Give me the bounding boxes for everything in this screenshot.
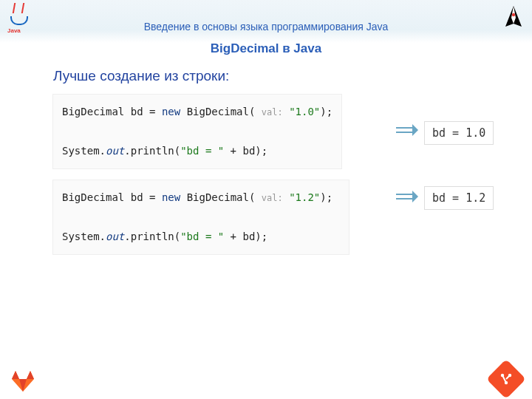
section-lead: Лучше создание из строки: <box>53 68 229 84</box>
page-header-title: Введение в основы языка программирования… <box>0 21 532 33</box>
arrow-icon <box>396 191 418 202</box>
output-box-2: bd = 1.2 <box>424 186 494 210</box>
svg-marker-3 <box>412 124 418 136</box>
gitlab-icon <box>12 371 34 392</box>
svg-line-10 <box>502 375 506 383</box>
svg-point-0 <box>512 13 515 16</box>
code-text: BigDecimal bd = new BigDecimal( val: "1.… <box>62 191 332 242</box>
arrow-icon <box>396 124 418 136</box>
output-box-1: bd = 1.0 <box>424 121 494 145</box>
svg-marker-6 <box>412 191 418 202</box>
code-block-2: BigDecimal bd = new BigDecimal( val: "1.… <box>53 180 349 254</box>
code-block-1: BigDecimal bd = new BigDecimal( val: "1.… <box>53 95 341 168</box>
git-icon <box>486 359 526 399</box>
code-text: BigDecimal bd = new BigDecimal( val: "1.… <box>62 106 332 157</box>
svg-line-11 <box>506 375 510 379</box>
page-subtitle: BigDecimal в Java <box>0 41 532 56</box>
